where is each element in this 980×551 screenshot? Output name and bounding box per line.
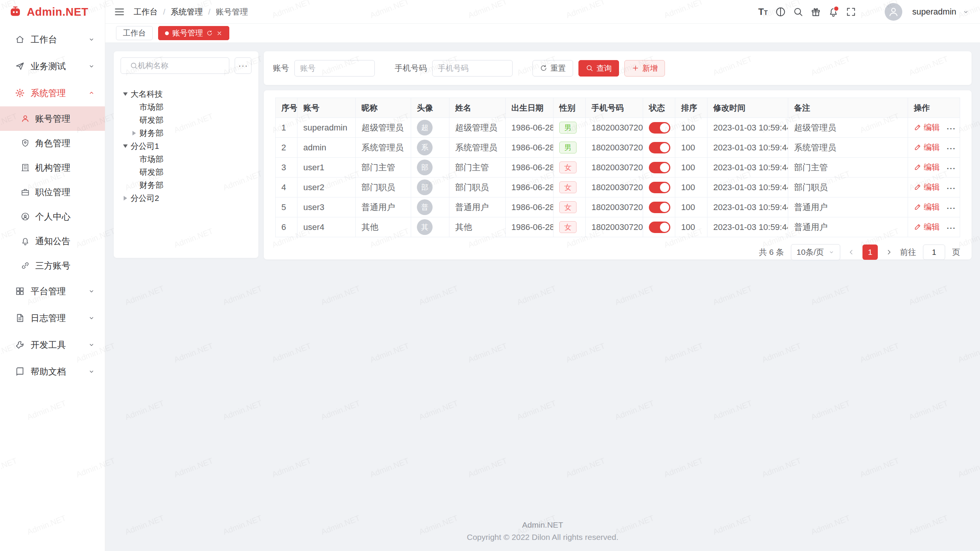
goto-page-input[interactable]	[923, 245, 945, 260]
row-more-button[interactable]: ···	[947, 204, 956, 212]
sidebar-item-1[interactable]: 业务测试	[0, 53, 105, 80]
cell-index: 6	[276, 217, 297, 237]
tree-node-5[interactable]: 市场部	[121, 153, 252, 166]
cell-sort: 100	[675, 118, 707, 138]
sidebar-subitem-2-3[interactable]: 职位管理	[0, 180, 105, 204]
hamburger-menu-icon[interactable]	[114, 6, 125, 18]
edit-button[interactable]: 编辑	[914, 182, 940, 192]
tree-caret-icon[interactable]	[132, 131, 136, 135]
font-size-icon[interactable]: TT	[755, 4, 771, 20]
edit-button[interactable]: 编辑	[914, 222, 940, 232]
sidebar-item-4[interactable]: 日志管理	[0, 305, 105, 331]
row-more-button[interactable]: ···	[947, 184, 956, 192]
search-icon	[793, 7, 804, 17]
page-1-button[interactable]: 1	[862, 245, 878, 260]
logo[interactable]: Admin.NET	[0, 0, 105, 24]
sidebar-subitem-2-1[interactable]: 角色管理	[0, 131, 105, 155]
account-filter-input[interactable]	[294, 60, 375, 77]
toggle-knob	[660, 203, 669, 212]
sidebar-item-label: 业务测试	[31, 60, 66, 72]
sidebar-item-3[interactable]: 平台管理	[0, 278, 105, 305]
cell-status	[643, 178, 675, 197]
cell-actions: 编辑···	[908, 197, 960, 217]
sidebar-item-label: 平台管理	[31, 285, 66, 297]
profile-icon[interactable]	[861, 4, 876, 20]
edit-button[interactable]: 编辑	[914, 122, 940, 133]
chevron-down-icon	[88, 368, 95, 375]
cell-sort: 100	[675, 178, 707, 197]
cell-name: 部门职员	[449, 178, 506, 197]
phone-filter-input[interactable]	[432, 60, 513, 77]
search-icon[interactable]	[791, 4, 806, 20]
status-toggle[interactable]	[649, 222, 670, 233]
tree-node-8[interactable]: 分公司2	[121, 192, 252, 205]
status-toggle[interactable]	[649, 202, 670, 213]
tab-refresh-icon[interactable]	[206, 30, 213, 36]
row-more-button[interactable]: ···	[947, 144, 956, 153]
edit-button[interactable]: 编辑	[914, 162, 940, 173]
username[interactable]: superadmin	[912, 7, 956, 17]
tab-0[interactable]: 工作台	[116, 26, 153, 40]
edit-button[interactable]: 编辑	[914, 142, 940, 153]
chevron-icon	[88, 90, 95, 96]
cell-name: 部门主管	[449, 158, 506, 178]
tree-caret-icon[interactable]	[123, 145, 128, 148]
chevron-icon	[88, 288, 95, 295]
sidebar-subitem-2-0[interactable]: 账号管理	[0, 106, 105, 131]
row-more-button[interactable]: ···	[947, 223, 956, 232]
gender-tag: 男	[559, 122, 577, 134]
status-toggle[interactable]	[649, 182, 670, 193]
sidebar-subitem-2-2[interactable]: 机构管理	[0, 155, 105, 180]
status-toggle[interactable]	[649, 162, 670, 173]
column-header-9: 排序	[675, 98, 707, 118]
tree-node-1[interactable]: 市场部	[121, 101, 252, 114]
tree-caret-icon[interactable]	[124, 196, 127, 201]
status-toggle[interactable]	[649, 142, 670, 153]
edit-icon	[914, 163, 921, 171]
tab-1[interactable]: 账号管理	[158, 26, 229, 40]
sidebar-item-6[interactable]: 帮助文档	[0, 358, 105, 385]
fullscreen-icon[interactable]	[843, 4, 859, 20]
avatar[interactable]	[885, 3, 902, 21]
sidebar-subitem-2-4[interactable]: 个人中心	[0, 204, 105, 229]
add-button[interactable]: 新增	[624, 60, 665, 77]
status-toggle[interactable]	[649, 122, 670, 134]
tree-node-2[interactable]: 研发部	[121, 114, 252, 127]
search-button[interactable]: 查询	[578, 60, 619, 77]
breadcrumb-item-1[interactable]: 系统管理	[171, 7, 203, 17]
edit-button[interactable]: 编辑	[914, 202, 940, 212]
cell-gender: 女	[553, 158, 585, 178]
gift-icon[interactable]	[808, 4, 823, 20]
row-avatar: 其	[417, 219, 433, 235]
sidebar-subitem-2-6[interactable]: 三方账号	[0, 253, 105, 278]
breadcrumb-item-0[interactable]: 工作台	[134, 7, 158, 17]
sidebar-item-5[interactable]: 开发工具	[0, 331, 105, 358]
reset-button[interactable]: 重置	[532, 60, 573, 77]
user-chevron-down-icon[interactable]	[962, 8, 969, 15]
row-more-button[interactable]: ···	[947, 164, 956, 173]
theme-icon[interactable]	[773, 4, 788, 20]
page-size-select[interactable]: 10条/页	[791, 244, 840, 260]
cell-gender: 男	[553, 138, 585, 158]
column-header-2: 昵称	[356, 98, 411, 118]
tree-node-7[interactable]: 财务部	[121, 179, 252, 192]
chevron-right-icon	[885, 248, 893, 256]
gift-icon	[810, 7, 821, 17]
tree-node-6[interactable]: 研发部	[121, 166, 252, 179]
sidebar-item-0[interactable]: 工作台	[0, 26, 105, 53]
next-page-button[interactable]	[885, 248, 893, 256]
tree-node-0[interactable]: 大名科技	[121, 88, 252, 101]
tab-close-icon[interactable]	[216, 30, 222, 36]
tree-caret-icon[interactable]	[123, 93, 128, 96]
bell-icon[interactable]	[826, 4, 841, 20]
breadcrumb-item-2[interactable]: 账号管理	[216, 7, 248, 17]
tree-node-4[interactable]: 分公司1	[121, 140, 252, 153]
org-more-button[interactable]: ···	[235, 57, 252, 74]
sidebar-item-2[interactable]: 系统管理	[0, 80, 105, 106]
sidebar-subitem-2-5[interactable]: 通知公告	[0, 229, 105, 253]
tree-node-3[interactable]: 财务部	[121, 127, 252, 140]
gender-tag: 女	[559, 161, 577, 174]
row-more-button[interactable]: ···	[947, 124, 956, 133]
prev-page-button[interactable]	[847, 248, 856, 256]
search-icon	[586, 64, 593, 72]
